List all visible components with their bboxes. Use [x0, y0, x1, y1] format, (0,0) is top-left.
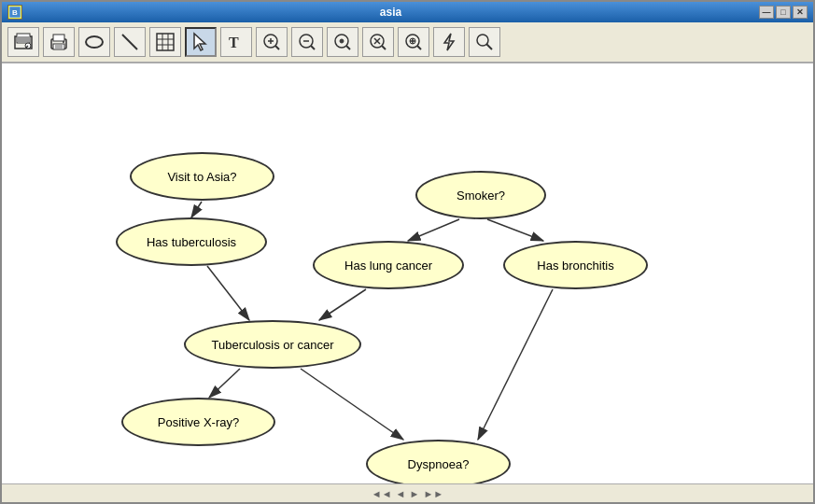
zoom-fit-button[interactable] [327, 27, 358, 57]
svg-marker-22 [194, 34, 205, 50]
select-tool-button[interactable] [185, 27, 217, 57]
close-button[interactable]: ✕ [793, 6, 808, 19]
print-preview-button[interactable] [7, 27, 39, 57]
zoom-in-button[interactable] [398, 27, 429, 57]
toolbar: T [2, 22, 813, 63]
node-smoker[interactable]: Smoker? [415, 171, 546, 219]
node-dyspnoea[interactable]: Dyspnoea? [366, 440, 511, 483]
svg-marker-45 [444, 34, 454, 50]
status-arrow-forward[interactable]: ► [410, 488, 420, 499]
minimize-button[interactable]: — [759, 6, 774, 19]
zoom-in-small-button[interactable] [256, 27, 288, 57]
text-tool-button[interactable]: T [220, 27, 252, 57]
svg-line-39 [382, 46, 386, 49]
svg-text:B: B [12, 8, 18, 17]
table-tool-button[interactable] [149, 27, 181, 57]
svg-point-14 [63, 41, 64, 43]
maximize-button[interactable]: □ [776, 6, 791, 19]
print-button[interactable] [43, 27, 75, 57]
window-title: asia [22, 6, 759, 19]
node-xray[interactable]: Positive X-ray? [121, 398, 275, 446]
status-arrow-forward-forward[interactable]: ►► [423, 488, 443, 499]
svg-rect-17 [157, 34, 174, 50]
title-bar-controls: — □ ✕ [759, 6, 808, 19]
svg-line-55 [301, 369, 403, 440]
node-tub-or-cancer[interactable]: Tuberculosis or cancer [184, 320, 361, 369]
app-icon: B [7, 5, 22, 20]
svg-line-16 [122, 35, 137, 49]
main-window: B asia — □ ✕ [0, 0, 815, 504]
ellipse-tool-button[interactable] [78, 27, 110, 57]
zoom-close-button[interactable] [362, 27, 394, 57]
status-arrow-back[interactable]: ◄ [396, 488, 406, 499]
svg-rect-11 [53, 44, 64, 49]
search-button[interactable] [469, 27, 500, 57]
svg-text:T: T [229, 35, 239, 50]
node-tuberculosis[interactable]: Has tuberculosis [116, 217, 267, 266]
svg-rect-10 [53, 35, 64, 41]
svg-line-52 [207, 266, 249, 320]
lightning-button[interactable] [433, 27, 465, 57]
svg-line-50 [408, 219, 459, 241]
status-arrow-back-back[interactable]: ◄◄ [372, 488, 392, 499]
svg-line-49 [191, 202, 202, 217]
zoom-out-button[interactable] [291, 27, 323, 57]
svg-line-27 [275, 46, 279, 49]
title-bar-left: B [7, 5, 22, 20]
svg-line-35 [346, 46, 350, 49]
svg-line-54 [209, 369, 240, 398]
status-bar: ◄◄ ◄ ► ►► [2, 483, 813, 502]
svg-line-30 [311, 46, 315, 49]
svg-point-15 [86, 36, 103, 48]
svg-line-56 [478, 289, 553, 440]
svg-line-51 [487, 219, 543, 241]
node-visit[interactable]: Visit to Asia? [130, 152, 274, 201]
node-bronchitis[interactable]: Has bronchitis [503, 241, 648, 289]
title-bar: B asia — □ ✕ [2, 2, 813, 22]
svg-line-44 [417, 46, 421, 49]
node-lung-cancer[interactable]: Has lung cancer [313, 241, 464, 289]
line-tool-button[interactable] [114, 27, 146, 57]
svg-line-53 [319, 289, 366, 320]
svg-line-47 [486, 44, 492, 49]
canvas-area: Visit to Asia? Smoker? Has tuberculosis … [2, 63, 813, 483]
